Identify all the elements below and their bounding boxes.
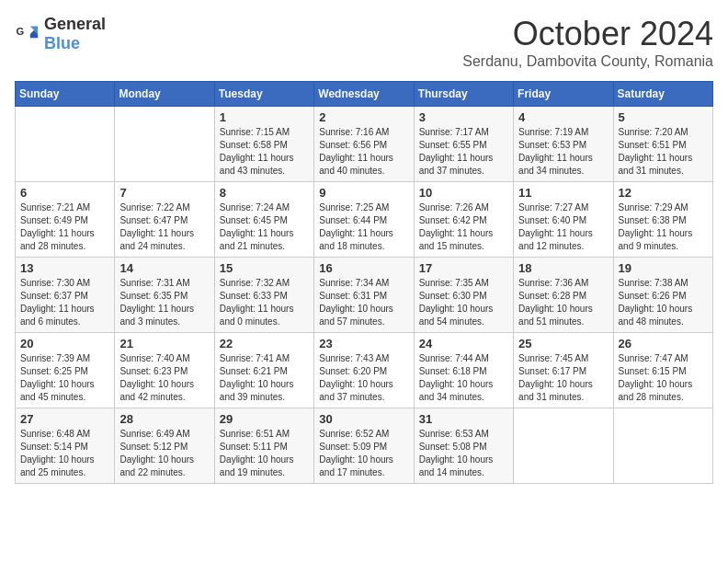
day-number: 30 bbox=[319, 412, 408, 426]
calendar-cell bbox=[115, 107, 214, 182]
day-number: 14 bbox=[119, 261, 209, 275]
day-info: Sunrise: 7:27 AM Sunset: 6:40 PM Dayligh… bbox=[518, 201, 608, 253]
day-info: Sunrise: 6:53 AM Sunset: 5:08 PM Dayligh… bbox=[419, 428, 508, 479]
day-info: Sunrise: 7:35 AM Sunset: 6:30 PM Dayligh… bbox=[419, 277, 508, 328]
location-subtitle: Serdanu, Dambovita County, Romania bbox=[462, 53, 713, 70]
day-info: Sunrise: 7:30 AM Sunset: 6:37 PM Dayligh… bbox=[20, 277, 109, 328]
day-number: 15 bbox=[220, 261, 309, 275]
day-number: 2 bbox=[319, 110, 408, 124]
calendar-cell: 6Sunrise: 7:21 AM Sunset: 6:49 PM Daylig… bbox=[16, 182, 115, 258]
day-number: 23 bbox=[319, 337, 408, 350]
calendar-cell: 12Sunrise: 7:29 AM Sunset: 6:38 PM Dayli… bbox=[613, 182, 712, 258]
logo: G General Blue bbox=[15, 15, 106, 53]
calendar-cell: 4Sunrise: 7:19 AM Sunset: 6:53 PM Daylig… bbox=[514, 107, 613, 182]
day-info: Sunrise: 7:36 AM Sunset: 6:28 PM Dayligh… bbox=[518, 277, 608, 328]
day-info: Sunrise: 7:20 AM Sunset: 6:51 PM Dayligh… bbox=[619, 126, 708, 178]
day-info: Sunrise: 7:29 AM Sunset: 6:38 PM Dayligh… bbox=[619, 201, 708, 253]
day-info: Sunrise: 7:45 AM Sunset: 6:17 PM Dayligh… bbox=[518, 352, 608, 404]
day-number: 8 bbox=[220, 186, 309, 200]
calendar-cell: 30Sunrise: 6:52 AM Sunset: 5:09 PM Dayli… bbox=[314, 408, 414, 484]
weekday-header: Thursday bbox=[414, 82, 513, 107]
calendar-cell: 17Sunrise: 7:35 AM Sunset: 6:30 PM Dayli… bbox=[414, 258, 513, 333]
weekday-header: Friday bbox=[514, 82, 613, 107]
logo-general: General bbox=[44, 15, 106, 33]
day-info: Sunrise: 7:39 AM Sunset: 6:25 PM Dayligh… bbox=[20, 352, 109, 404]
logo-blue: Blue bbox=[44, 34, 80, 52]
day-info: Sunrise: 7:16 AM Sunset: 6:56 PM Dayligh… bbox=[319, 126, 408, 178]
day-number: 26 bbox=[619, 337, 708, 350]
day-info: Sunrise: 6:48 AM Sunset: 5:14 PM Dayligh… bbox=[20, 428, 109, 479]
day-info: Sunrise: 7:17 AM Sunset: 6:55 PM Dayligh… bbox=[419, 126, 508, 178]
calendar-cell: 27Sunrise: 6:48 AM Sunset: 5:14 PM Dayli… bbox=[16, 408, 115, 484]
calendar-cell: 28Sunrise: 6:49 AM Sunset: 5:12 PM Dayli… bbox=[115, 408, 214, 484]
day-info: Sunrise: 7:24 AM Sunset: 6:45 PM Dayligh… bbox=[220, 201, 309, 253]
logo-text: General Blue bbox=[44, 15, 106, 53]
calendar-cell: 21Sunrise: 7:40 AM Sunset: 6:23 PM Dayli… bbox=[115, 333, 214, 408]
day-info: Sunrise: 7:43 AM Sunset: 6:20 PM Dayligh… bbox=[319, 352, 408, 404]
day-number: 24 bbox=[419, 337, 508, 350]
calendar-cell: 7Sunrise: 7:22 AM Sunset: 6:47 PM Daylig… bbox=[115, 182, 214, 258]
day-number: 18 bbox=[518, 261, 608, 275]
calendar-cell: 2Sunrise: 7:16 AM Sunset: 6:56 PM Daylig… bbox=[314, 107, 414, 182]
calendar-cell: 1Sunrise: 7:15 AM Sunset: 6:58 PM Daylig… bbox=[214, 107, 313, 182]
weekday-header: Sunday bbox=[16, 82, 115, 107]
day-info: Sunrise: 7:34 AM Sunset: 6:31 PM Dayligh… bbox=[319, 277, 408, 328]
calendar-cell: 19Sunrise: 7:38 AM Sunset: 6:26 PM Dayli… bbox=[613, 258, 712, 333]
weekday-header-row: SundayMondayTuesdayWednesdayThursdayFrid… bbox=[16, 82, 713, 107]
svg-text:G: G bbox=[16, 26, 24, 37]
calendar-cell: 8Sunrise: 7:24 AM Sunset: 6:45 PM Daylig… bbox=[214, 182, 313, 258]
calendar-cell: 23Sunrise: 7:43 AM Sunset: 6:20 PM Dayli… bbox=[314, 333, 414, 408]
day-number: 31 bbox=[419, 412, 508, 426]
day-number: 10 bbox=[419, 186, 508, 200]
calendar-table: SundayMondayTuesdayWednesdayThursdayFrid… bbox=[15, 81, 713, 484]
day-number: 16 bbox=[319, 261, 408, 275]
weekday-header: Monday bbox=[115, 82, 214, 107]
day-info: Sunrise: 7:21 AM Sunset: 6:49 PM Dayligh… bbox=[20, 201, 109, 253]
calendar-week-row: 13Sunrise: 7:30 AM Sunset: 6:37 PM Dayli… bbox=[16, 258, 713, 333]
day-info: Sunrise: 7:40 AM Sunset: 6:23 PM Dayligh… bbox=[119, 352, 209, 404]
calendar-cell: 31Sunrise: 6:53 AM Sunset: 5:08 PM Dayli… bbox=[414, 408, 513, 484]
day-number: 17 bbox=[419, 261, 508, 275]
day-number: 25 bbox=[518, 337, 608, 350]
day-info: Sunrise: 7:32 AM Sunset: 6:33 PM Dayligh… bbox=[220, 277, 309, 328]
day-number: 27 bbox=[20, 412, 109, 426]
weekday-header: Saturday bbox=[613, 82, 712, 107]
day-number: 21 bbox=[119, 337, 209, 350]
day-info: Sunrise: 7:31 AM Sunset: 6:35 PM Dayligh… bbox=[119, 277, 209, 328]
day-info: Sunrise: 6:49 AM Sunset: 5:12 PM Dayligh… bbox=[119, 428, 209, 479]
day-number: 28 bbox=[119, 412, 209, 426]
calendar-week-row: 1Sunrise: 7:15 AM Sunset: 6:58 PM Daylig… bbox=[16, 107, 713, 182]
calendar-cell: 18Sunrise: 7:36 AM Sunset: 6:28 PM Dayli… bbox=[514, 258, 613, 333]
day-number: 19 bbox=[619, 261, 708, 275]
day-info: Sunrise: 7:47 AM Sunset: 6:15 PM Dayligh… bbox=[619, 352, 708, 404]
day-number: 11 bbox=[518, 186, 608, 200]
day-number: 6 bbox=[20, 186, 109, 200]
month-title: October 2024 bbox=[462, 15, 713, 53]
calendar-cell bbox=[16, 107, 115, 182]
calendar-cell: 3Sunrise: 7:17 AM Sunset: 6:55 PM Daylig… bbox=[414, 107, 513, 182]
calendar-cell: 26Sunrise: 7:47 AM Sunset: 6:15 PM Dayli… bbox=[613, 333, 712, 408]
day-number: 9 bbox=[319, 186, 408, 200]
day-number: 3 bbox=[419, 110, 508, 124]
calendar-cell bbox=[514, 408, 613, 484]
calendar-cell: 20Sunrise: 7:39 AM Sunset: 6:25 PM Dayli… bbox=[16, 333, 115, 408]
weekday-header: Tuesday bbox=[214, 82, 313, 107]
day-info: Sunrise: 7:41 AM Sunset: 6:21 PM Dayligh… bbox=[220, 352, 309, 404]
calendar-cell: 25Sunrise: 7:45 AM Sunset: 6:17 PM Dayli… bbox=[514, 333, 613, 408]
day-info: Sunrise: 7:26 AM Sunset: 6:42 PM Dayligh… bbox=[419, 201, 508, 253]
calendar-cell: 22Sunrise: 7:41 AM Sunset: 6:21 PM Dayli… bbox=[214, 333, 313, 408]
weekday-header: Wednesday bbox=[314, 82, 414, 107]
calendar-cell: 9Sunrise: 7:25 AM Sunset: 6:44 PM Daylig… bbox=[314, 182, 414, 258]
calendar-week-row: 6Sunrise: 7:21 AM Sunset: 6:49 PM Daylig… bbox=[16, 182, 713, 258]
calendar-cell: 5Sunrise: 7:20 AM Sunset: 6:51 PM Daylig… bbox=[613, 107, 712, 182]
day-info: Sunrise: 7:22 AM Sunset: 6:47 PM Dayligh… bbox=[119, 201, 209, 253]
calendar-cell: 16Sunrise: 7:34 AM Sunset: 6:31 PM Dayli… bbox=[314, 258, 414, 333]
day-number: 13 bbox=[20, 261, 109, 275]
day-info: Sunrise: 7:44 AM Sunset: 6:18 PM Dayligh… bbox=[419, 352, 508, 404]
calendar-cell: 13Sunrise: 7:30 AM Sunset: 6:37 PM Dayli… bbox=[16, 258, 115, 333]
day-number: 12 bbox=[619, 186, 708, 200]
calendar-cell: 14Sunrise: 7:31 AM Sunset: 6:35 PM Dayli… bbox=[115, 258, 214, 333]
calendar-cell: 15Sunrise: 7:32 AM Sunset: 6:33 PM Dayli… bbox=[214, 258, 313, 333]
day-info: Sunrise: 7:19 AM Sunset: 6:53 PM Dayligh… bbox=[518, 126, 608, 178]
day-number: 4 bbox=[518, 110, 608, 124]
